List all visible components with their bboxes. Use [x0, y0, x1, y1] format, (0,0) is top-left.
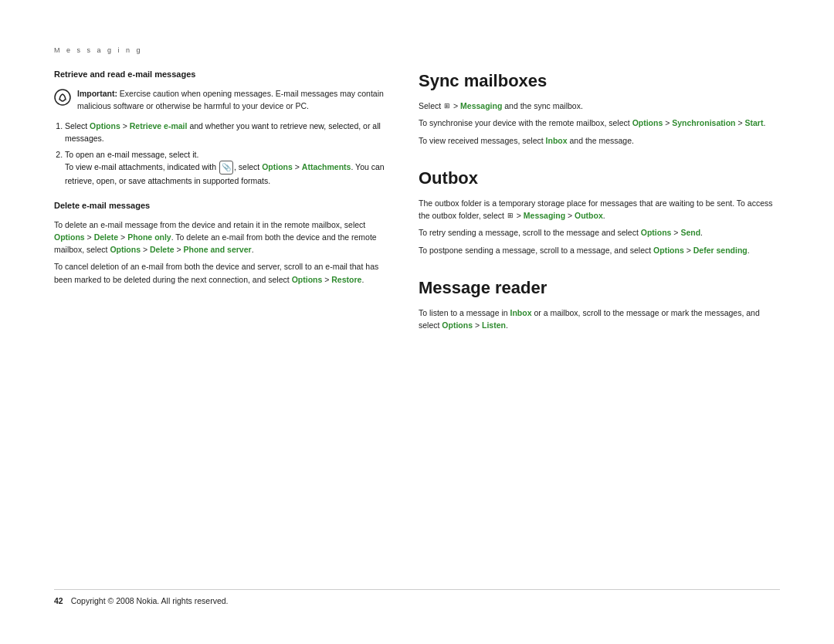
sync-options-link: Options — [632, 118, 663, 127]
outbox-messaging-link: Messaging — [524, 211, 565, 220]
sync-intro: Select ⊞ > Messaging and the sync mailbo… — [419, 100, 780, 112]
outbox-link: Outbox — [575, 211, 603, 220]
attachment-icon: 📎 — [219, 161, 233, 175]
step-1: Select Options > Retrieve e-mail and whe… — [65, 120, 388, 145]
steps-list: Select Options > Retrieve e-mail and whe… — [54, 120, 388, 187]
delete-para1: To delete an e-mail message from the dev… — [54, 219, 388, 256]
phone-and-server-link: Phone and server — [184, 245, 252, 254]
outbox-options2-link: Options — [653, 246, 684, 255]
restore-options-link: Options — [292, 275, 323, 284]
header-label: M e s s a g i n g — [54, 46, 780, 54]
right-column: Sync mailboxes Select ⊞ > Messaging and … — [419, 68, 780, 558]
delete-section-title: Delete e-mail messages — [54, 199, 388, 212]
step-2: To open an e-mail message, select it. To… — [65, 148, 388, 188]
delete-link: Delete — [94, 232, 119, 242]
important-label: Important: — [77, 89, 117, 98]
delete-para2: To cancel deletion of an e-mail from bot… — [54, 260, 388, 286]
important-icon — [54, 89, 71, 106]
outbox-section: Outbox The outbox folder is a temporary … — [419, 165, 780, 256]
outbox-section-title: Outbox — [419, 165, 780, 191]
defer-sending-link: Defer sending — [693, 246, 748, 255]
message-reader-section: Message reader To listen to a message in… — [419, 275, 780, 332]
message-reader-para1: To listen to a message in Inbox or a mai… — [419, 307, 780, 332]
page: M e s s a g i n g Retrieve and read e-ma… — [0, 0, 834, 644]
send-link: Send — [680, 228, 700, 237]
important-text: Important: Exercise caution when opening… — [77, 87, 388, 113]
footer-content: 42 Copyright © 2008 Nokia. All rights re… — [54, 596, 780, 605]
listen-link: Listen — [482, 320, 506, 330]
step1-options-link: Options — [90, 121, 120, 130]
reader-options-link: Options — [442, 320, 473, 330]
reader-inbox-link: Inbox — [510, 308, 531, 317]
content-area: Retrieve and read e-mail messages Import… — [54, 68, 780, 558]
footer-copyright: Copyright © 2008 Nokia. All rights reser… — [71, 596, 229, 605]
sync-messaging-link: Messaging — [460, 101, 502, 110]
outbox-para1: The outbox folder is a temporary storage… — [419, 197, 780, 222]
outbox-options-link: Options — [641, 228, 672, 237]
important-body: Exercise caution when opening messages. … — [77, 89, 384, 110]
delete-section: Delete e-mail messages To delete an e-ma… — [54, 199, 388, 286]
message-reader-title: Message reader — [419, 275, 780, 300]
outbox-para3: To postpone sending a message, scroll to… — [419, 244, 780, 256]
footer-page-number: 42 — [54, 596, 63, 605]
delete2-link: Delete — [150, 245, 175, 254]
retrieve-section-title: Retrieve and read e-mail messages — [54, 68, 388, 81]
phone-only-link: Phone only — [127, 232, 171, 242]
sync-section: Sync mailboxes Select ⊞ > Messaging and … — [419, 68, 780, 147]
sync-para1: To synchronise your device with the remo… — [419, 117, 780, 129]
important-box: Important: Exercise caution when opening… — [54, 87, 388, 113]
svg-point-0 — [55, 90, 70, 105]
sync-para2: To view received messages, select Inbox … — [419, 134, 780, 147]
retrieve-section: Retrieve and read e-mail messages Import… — [54, 68, 388, 187]
left-column: Retrieve and read e-mail messages Import… — [54, 68, 388, 558]
step1-retrieve-link: Retrieve e-mail — [130, 121, 188, 130]
footer: 42 Copyright © 2008 Nokia. All rights re… — [54, 589, 780, 605]
outbox-menu-icon: ⊞ — [507, 211, 514, 222]
menu-icon: ⊞ — [444, 101, 450, 112]
inbox-link: Inbox — [546, 136, 568, 145]
restore-link: Restore — [331, 275, 361, 284]
delete-options2-link: Options — [110, 245, 141, 254]
sync-section-title: Sync mailboxes — [419, 68, 780, 93]
synchronisation-link: Synchronisation — [672, 118, 735, 127]
start-link: Start — [745, 118, 764, 127]
step2-attachments-link: Attachments — [302, 162, 351, 171]
delete-options1-link: Options — [54, 232, 85, 242]
outbox-para2: To retry sending a message, scroll to th… — [419, 226, 780, 239]
step2-options-link: Options — [262, 162, 293, 171]
